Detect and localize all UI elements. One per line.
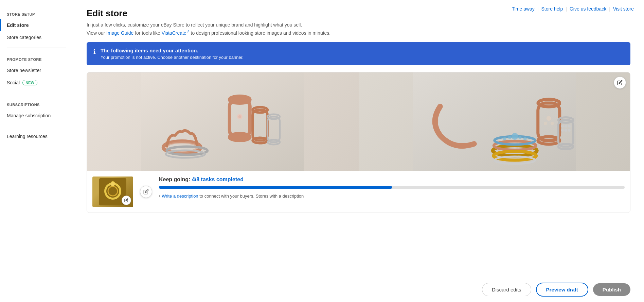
logo-edit-button[interactable] [122, 196, 131, 205]
subscriptions-section: SUBSCRIPTIONS [0, 97, 73, 110]
svg-point-31 [543, 122, 547, 125]
banner-edit-button[interactable] [614, 77, 626, 89]
sidebar-item-learning-resources[interactable]: Learning resources [0, 130, 73, 142]
alert-banner: ℹ The following items need your attentio… [87, 42, 630, 65]
bottom-spacer [87, 220, 630, 244]
sidebar-item-social[interactable]: Social NEW [0, 77, 73, 89]
banner-container [87, 72, 630, 171]
sidebar: STORE SETUP Edit store Store categories … [0, 0, 73, 302]
info-icon: ℹ [93, 48, 96, 55]
social-new-badge: NEW [22, 80, 37, 85]
vistacreate-link[interactable]: VistaCreate↗ [162, 30, 190, 36]
svg-point-36 [561, 125, 564, 128]
keep-going-section: Keep going: 4/8 tasks completed • Write … [159, 177, 625, 200]
svg-point-37 [564, 125, 567, 128]
divider-3 [7, 126, 66, 126]
page-subtitle-1: In just a few clicks, customize your eBa… [87, 21, 630, 29]
svg-point-41 [568, 129, 570, 132]
store-bottom: Keep going: 4/8 tasks completed • Write … [87, 171, 630, 213]
sep-1: | [537, 6, 539, 12]
time-away-link[interactable]: Time away [512, 6, 535, 12]
svg-point-23 [518, 136, 521, 139]
store-logo-thumbnail [92, 177, 133, 207]
progress-bar-track [159, 186, 625, 189]
pencil-icon [617, 80, 623, 85]
svg-point-40 [564, 129, 567, 132]
svg-point-15 [238, 115, 241, 118]
external-link-icon: ↗ [186, 29, 190, 33]
image-guide-link[interactable]: Image Guide [106, 30, 133, 36]
preview-draft-button[interactable]: Preview draft [536, 283, 588, 297]
store-setup-section: STORE SETUP [0, 7, 73, 19]
sep-2: | [566, 6, 567, 12]
give-feedback-link[interactable]: Give us feedback [570, 6, 606, 12]
store-preview-card: Keep going: 4/8 tasks completed • Write … [87, 72, 630, 213]
svg-point-24 [523, 137, 526, 140]
divider-1 [7, 48, 66, 48]
banner-area [87, 72, 630, 171]
divider-2 [7, 93, 66, 93]
banner-left [87, 72, 359, 171]
promote-store-section: PROMOTE STORE [0, 52, 73, 64]
sidebar-item-manage-subscription[interactable]: Manage subscription [0, 110, 73, 122]
write-description-link[interactable]: Write a description [162, 194, 198, 199]
tasks-completed-link[interactable]: 4/8 tasks completed [192, 177, 244, 182]
sidebar-item-store-categories[interactable]: Store categories [0, 31, 73, 44]
svg-point-39 [561, 129, 564, 132]
banner-jewelry-svg-right [359, 72, 630, 171]
sidebar-item-edit-store[interactable]: Edit store [0, 19, 73, 31]
keep-going-description: • Write a description to connect with yo… [159, 193, 625, 200]
banner-right [359, 72, 630, 171]
alert-title: The following items need your attention. [101, 48, 244, 53]
visit-store-link[interactable]: Visit store [613, 6, 634, 12]
svg-point-30 [546, 116, 551, 121]
discard-edits-button[interactable]: Discard edits [482, 283, 531, 296]
sidebar-item-store-newsletter[interactable]: Store newsletter [0, 64, 73, 77]
svg-point-32 [550, 122, 554, 125]
publish-button[interactable]: Publish [593, 283, 630, 296]
pencil-small-icon [124, 198, 128, 202]
keep-going-title: Keep going: 4/8 tasks completed [159, 177, 625, 183]
progress-bar-fill [159, 186, 392, 189]
svg-point-38 [568, 125, 570, 128]
center-edit-button[interactable] [140, 186, 152, 198]
alert-content: The following items need your attention.… [101, 48, 244, 60]
svg-point-21 [503, 137, 506, 140]
svg-point-20 [511, 133, 518, 140]
pencil-center-icon [143, 189, 149, 195]
sep-3: | [609, 6, 610, 12]
main-content: Edit store In just a few clicks, customi… [73, 0, 644, 252]
banner-jewelry-svg-left [87, 72, 359, 171]
top-nav: Time away | Store help | Give us feedbac… [502, 0, 644, 18]
action-bar: Discard edits Preview draft Publish [0, 277, 644, 302]
alert-body: Your promotion is not active. Choose ano… [101, 55, 244, 60]
store-help-link[interactable]: Store help [541, 6, 563, 12]
svg-point-22 [508, 136, 511, 139]
page-subtitle-2: View our Image Guide for tools like Vist… [87, 29, 630, 37]
